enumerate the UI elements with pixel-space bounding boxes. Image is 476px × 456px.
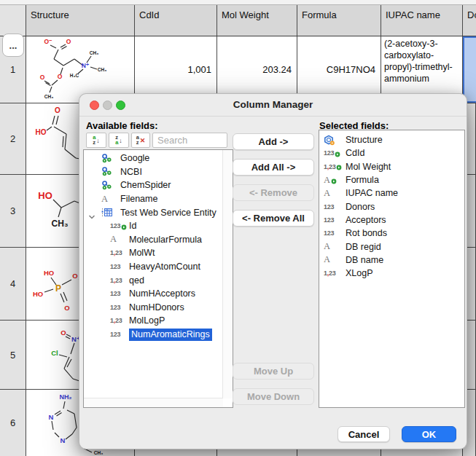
svg-text:HO: HO [36, 128, 47, 136]
row-number[interactable]: 4 [0, 248, 26, 320]
selected-field-db-regid[interactable]: A DB regid [319, 240, 464, 253]
available-fields-label: Available fields: [86, 120, 158, 131]
svg-text:CH₃: CH₃ [52, 219, 69, 229]
integer-type-icon: 123 [324, 149, 346, 157]
sort-descending-button[interactable]: za ↓ [109, 133, 129, 148]
column-header-formula[interactable]: Formula [297, 5, 381, 36]
integer-type-icon: 123 [110, 263, 129, 270]
integer-type-icon: 123 [324, 216, 346, 224]
table-header-row: Structure CdId Mol Weight Formula IUPAC … [0, 5, 476, 36]
web-service-link-icon [101, 167, 120, 176]
remove-all-button[interactable]: <- Remove All [233, 210, 314, 227]
svg-text:O: O [64, 304, 69, 312]
tree-item-qed[interactable]: 1,23 qed [84, 273, 233, 287]
float-type-icon: 1,23 [110, 317, 129, 324]
column-header-cdid[interactable]: CdId [135, 5, 217, 36]
clear-sort-button[interactable]: az ✕ [131, 133, 150, 148]
table-top-strip [0, 0, 476, 5]
svg-text:O⁻: O⁻ [44, 38, 52, 45]
tree-item-id[interactable]: 123 Id [84, 219, 233, 233]
text-type-icon: A [324, 175, 346, 186]
svg-text:O: O [55, 106, 61, 114]
selected-field-cdid[interactable]: 123 CdId [319, 146, 464, 160]
app-window: Structure CdId Mol Weight Formula IUPAC … [0, 0, 476, 456]
selected-field-iupac-name[interactable]: A IUPAC name [319, 186, 464, 200]
tree-item-chemspider[interactable]: ChemSpider [84, 178, 233, 192]
remove-button[interactable]: <- Remove [233, 184, 314, 201]
svg-text:O: O [58, 73, 63, 80]
move-up-button[interactable]: Move Up [233, 363, 314, 380]
column-header-iupac-name[interactable]: IUPAC name [381, 5, 463, 36]
row-number[interactable]: 6 [0, 390, 26, 456]
selected-field-acceptors[interactable]: 123 Acceptors [319, 213, 464, 227]
row-header-corner [0, 5, 26, 36]
svg-text:NH₂: NH₂ [60, 393, 72, 401]
svg-text:CH₃: CH₃ [94, 450, 103, 455]
cancel-button[interactable]: Cancel [338, 426, 390, 442]
svg-text:CH₃: CH₃ [90, 50, 98, 55]
dialog-titlebar[interactable]: Column Manager [79, 94, 467, 117]
selected-field-donors[interactable]: 123 Donors [319, 200, 464, 213]
tree-item-molecularformula[interactable]: A MolecularFormula [84, 233, 233, 247]
svg-text:Cl: Cl [51, 349, 58, 357]
horizontal-scrollbar[interactable] [84, 398, 223, 407]
column-manager-dialog: Column Manager Available fields: Selecte… [79, 93, 467, 449]
web-service-link-icon [101, 181, 120, 190]
selected-field-formula[interactable]: A Formula [319, 173, 464, 186]
integer-type-icon: 123 [110, 222, 129, 230]
text-type-icon: A [324, 254, 346, 265]
svg-text:H₃C: H₃C [70, 73, 79, 78]
tree-item-ncbi[interactable]: NCBI [84, 165, 233, 179]
add-button[interactable]: Add -> [233, 133, 314, 150]
text-type-icon: A [324, 241, 346, 252]
available-fields-list[interactable]: Google NCBI ChemSpider A Filename [83, 149, 233, 408]
sort-ascending-button[interactable]: az ↓ [86, 133, 106, 148]
column-header-mol-weight[interactable]: Mol Weight [217, 5, 297, 36]
column-header-donors[interactable]: Donors [463, 5, 476, 36]
tree-item-heavyatomcount[interactable]: 123 HeavyAtomCount [84, 260, 233, 274]
tree-item-filename[interactable]: A Filename [84, 192, 233, 206]
tree-item-molwt[interactable]: 1,23 MolWt [84, 246, 233, 260]
svg-text:O: O [40, 74, 45, 81]
tree-item-test-web-service-entity[interactable]: Test Web Service Entity [84, 205, 233, 219]
column-header-structure[interactable]: Structure [26, 5, 135, 36]
tree-item-mollogp[interactable]: 1,23 MolLogP [84, 314, 233, 328]
row-number[interactable]: 3 [0, 175, 26, 247]
dialog-title: Column Manager [79, 99, 467, 110]
row-number[interactable]: 5 [0, 321, 26, 389]
move-down-button[interactable]: Move Down [233, 388, 314, 405]
tree-item-numaromaticrings[interactable]: 123 NumAromaticRings [84, 328, 233, 342]
tree-item-numhacceptors[interactable]: 123 NumHAcceptors [84, 287, 233, 301]
integer-type-icon: 123 [110, 331, 129, 338]
selected-field-mol-weight[interactable]: 1,23 Mol Weight [319, 160, 464, 173]
add-all-button[interactable]: Add All -> [233, 159, 314, 176]
table-options-button[interactable]: ... [2, 34, 24, 57]
svg-text:O: O [66, 38, 71, 45]
selected-field-structure[interactable]: Structure [319, 133, 464, 146]
selected-field-rot-bonds[interactable]: 123 Rot bonds [319, 227, 464, 240]
svg-text:N⁺: N⁺ [82, 62, 90, 69]
text-type-icon: A [101, 194, 120, 205]
float-type-icon: 1,23 [324, 270, 346, 277]
integer-type-icon: 123 [110, 290, 129, 297]
svg-text:HO: HO [38, 190, 52, 201]
tree-item-google[interactable]: Google [84, 152, 233, 165]
svg-text:CH₃: CH₃ [98, 67, 106, 72]
search-input[interactable] [152, 133, 227, 148]
entity-table-icon [101, 208, 120, 217]
vertical-scrollbar[interactable] [222, 150, 233, 398]
selected-field-db-name[interactable]: A DB name [319, 253, 464, 267]
integer-type-icon: 123 [324, 229, 346, 237]
svg-text:CH₃: CH₃ [44, 94, 53, 99]
ok-button[interactable]: OK [402, 426, 456, 442]
text-type-icon: A [110, 234, 129, 245]
svg-text:N: N [61, 436, 66, 444]
selected-donors-cell[interactable] [463, 36, 476, 103]
svg-text:P: P [55, 283, 61, 294]
selected-field-xlogp[interactable]: 1,23 XLogP [319, 267, 464, 280]
svg-text:O: O [61, 329, 66, 337]
row-number[interactable]: 2 [0, 103, 26, 174]
iupac-name-text: (2-acetoxy-3-carboxylato-propyl)-trimeth… [381, 36, 462, 85]
selected-fields-list[interactable]: Structure 123 CdId 1,23 Mol Weight A For… [319, 130, 465, 408]
tree-item-numhdonors[interactable]: 123 NumHDonors [84, 301, 233, 315]
